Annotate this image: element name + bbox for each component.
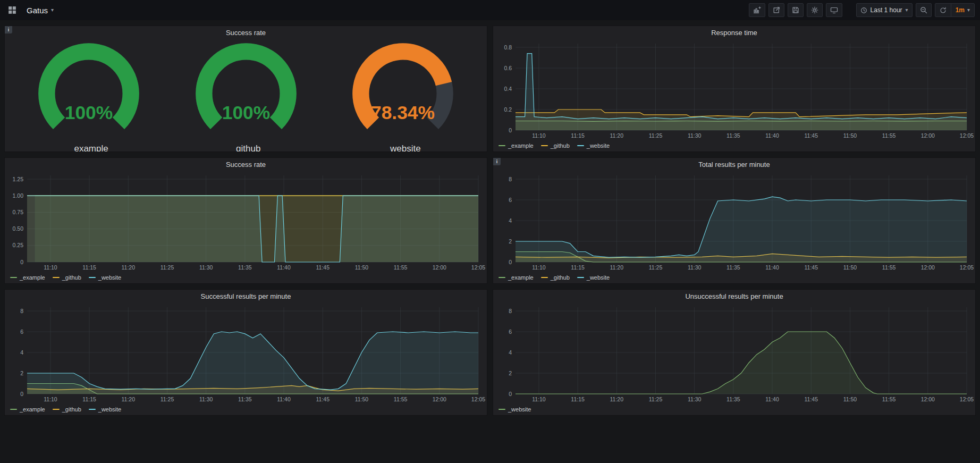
svg-text:12:05: 12:05 — [960, 264, 974, 271]
svg-text:11:55: 11:55 — [882, 132, 896, 139]
panel-title[interactable]: Unsuccessful results per minute — [685, 292, 783, 300]
svg-text:11:40: 11:40 — [277, 396, 291, 402]
legend-item-_github[interactable]: _github — [541, 142, 570, 149]
svg-text:11:30: 11:30 — [688, 396, 702, 402]
refresh-controls: 1m ▾ — [935, 3, 975, 17]
unsuccessful-results-chart[interactable]: 0246811:1011:1511:2011:2511:3011:3511:40… — [496, 303, 972, 403]
panel-title[interactable]: Success rate — [226, 29, 266, 37]
panel-header: Response time — [493, 26, 975, 39]
svg-text:78.34%: 78.34% — [371, 102, 435, 123]
svg-text:1.25: 1.25 — [13, 176, 24, 182]
svg-text:11:15: 11:15 — [571, 396, 585, 402]
time-range-picker[interactable]: Last 1 hour ▾ — [856, 3, 913, 17]
svg-text:11:20: 11:20 — [122, 396, 136, 402]
apps-grid-icon — [8, 6, 16, 14]
unsuccessful-results-chart-area[interactable]: 0246811:1011:1511:2011:2511:3011:3511:40… — [496, 303, 972, 403]
dashboards-grid-icon[interactable] — [5, 3, 19, 17]
zoom-out-icon — [920, 6, 927, 14]
gauge-arc: 100% — [22, 40, 155, 144]
panel-unsuccessful-results: Unsuccessful results per minute 0246811:… — [493, 289, 976, 416]
svg-text:11:20: 11:20 — [610, 264, 624, 271]
legend-swatch-icon — [89, 277, 96, 278]
svg-text:11:10: 11:10 — [532, 396, 546, 402]
cycle-view-mode-button[interactable] — [826, 3, 842, 17]
legend-item-_github[interactable]: _github — [541, 274, 570, 281]
gear-icon — [811, 6, 818, 14]
legend-item-_example[interactable]: _example — [10, 406, 45, 413]
panel-title[interactable]: Response time — [711, 29, 757, 37]
legend-swatch-icon — [10, 277, 17, 278]
gauge-row: 100%_example100%_github78.34%_website — [5, 39, 487, 152]
svg-text:11:20: 11:20 — [610, 396, 624, 402]
save-button[interactable] — [788, 3, 804, 17]
svg-text:11:40: 11:40 — [765, 264, 779, 271]
gauge-arc: 100% — [180, 40, 312, 144]
svg-text:11:30: 11:30 — [199, 396, 213, 402]
svg-text:6: 6 — [509, 197, 512, 203]
legend-item-_example[interactable]: _example — [499, 274, 534, 281]
panel-header: Unsuccessful results per minute — [493, 290, 975, 303]
total-results-chart[interactable]: 0246811:1011:1511:2011:2511:3011:3511:40… — [496, 171, 972, 272]
legend-item-_example[interactable]: _example — [499, 142, 534, 149]
svg-text:11:55: 11:55 — [882, 264, 896, 271]
panel-info-icon[interactable]: i — [5, 26, 12, 33]
legend-swatch-icon — [53, 277, 60, 278]
successful-results-chart[interactable]: 0246811:1011:1511:2011:2511:3011:3511:40… — [8, 303, 484, 403]
svg-text:12:00: 12:00 — [433, 396, 446, 402]
response-time-chart[interactable]: 00.20.40.60.811:1011:1511:2011:2511:3011… — [496, 39, 972, 140]
dashboard-title-picker[interactable]: Gatus ▾ — [23, 4, 57, 17]
svg-text:6: 6 — [20, 329, 23, 335]
svg-text:0.50: 0.50 — [13, 225, 24, 232]
svg-text:0: 0 — [20, 259, 23, 265]
svg-text:11:45: 11:45 — [804, 132, 818, 139]
legend-item-_example[interactable]: _example — [10, 274, 45, 281]
svg-text:11:15: 11:15 — [82, 396, 96, 402]
chart-legend: _example_github_website — [493, 140, 975, 151]
svg-text:0.75: 0.75 — [13, 209, 24, 215]
panel-total-results: i Total results per minute 0246811:1011:… — [493, 157, 976, 284]
legend-item-_website[interactable]: _website — [89, 406, 121, 413]
legend-item-_website[interactable]: _website — [89, 274, 121, 281]
clock-icon — [860, 7, 867, 14]
panel-title[interactable]: Successful results per minute — [201, 292, 291, 300]
legend-item-_website[interactable]: _website — [577, 142, 610, 149]
legend-item-_github[interactable]: _github — [53, 274, 81, 281]
svg-text:11:45: 11:45 — [804, 264, 818, 271]
svg-text:11:35: 11:35 — [726, 132, 740, 139]
legend-item-_website[interactable]: _website — [499, 406, 531, 413]
svg-text:11:30: 11:30 — [199, 264, 213, 271]
refresh-interval-picker[interactable]: 1m ▾ — [951, 4, 974, 16]
legend-swatch-icon — [499, 409, 505, 410]
legend-swatch-icon — [499, 145, 505, 146]
add-panel-button[interactable] — [749, 3, 765, 17]
response-time-chart-area[interactable]: 00.20.40.60.811:1011:1511:2011:2511:3011… — [496, 39, 972, 140]
share-button[interactable] — [768, 3, 784, 17]
monitor-icon — [830, 6, 838, 14]
zoom-out-button[interactable] — [916, 3, 932, 17]
panel-response-time: Response time 00.20.40.60.811:1011:1511:… — [493, 26, 976, 152]
success-rate-chart[interactable]: 00.250.500.751.001.2511:1011:1511:2011:2… — [8, 171, 484, 272]
svg-text:4: 4 — [20, 349, 23, 356]
panel-title[interactable]: Total results per minute — [698, 161, 770, 169]
settings-button[interactable] — [807, 3, 823, 17]
gauge-_github: 100%_github — [167, 40, 325, 152]
svg-text:11:55: 11:55 — [394, 396, 408, 402]
legend-swatch-icon — [10, 409, 17, 410]
success-rate-chart-area[interactable]: 00.250.500.751.001.2511:1011:1511:2011:2… — [8, 171, 484, 272]
total-results-chart-area[interactable]: 0246811:1011:1511:2011:2511:3011:3511:40… — [496, 171, 972, 272]
refresh-button[interactable] — [935, 4, 951, 16]
legend-item-_github[interactable]: _github — [53, 406, 81, 413]
svg-text:11:55: 11:55 — [394, 264, 408, 271]
legend-swatch-icon — [577, 277, 584, 278]
svg-text:11:20: 11:20 — [610, 132, 624, 139]
svg-text:12:05: 12:05 — [471, 396, 485, 402]
svg-text:4: 4 — [509, 217, 512, 224]
successful-results-chart-area[interactable]: 0246811:1011:1511:2011:2511:3011:3511:40… — [8, 303, 484, 403]
svg-text:11:30: 11:30 — [688, 132, 702, 139]
legend-item-_website[interactable]: _website — [577, 274, 610, 281]
chevron-down-icon: ▾ — [906, 7, 908, 13]
refresh-interval-label: 1m — [956, 6, 965, 14]
chart-legend: _example_github_website — [5, 272, 487, 283]
panel-title[interactable]: Success rate — [226, 161, 266, 169]
panel-info-icon[interactable]: i — [493, 158, 501, 165]
